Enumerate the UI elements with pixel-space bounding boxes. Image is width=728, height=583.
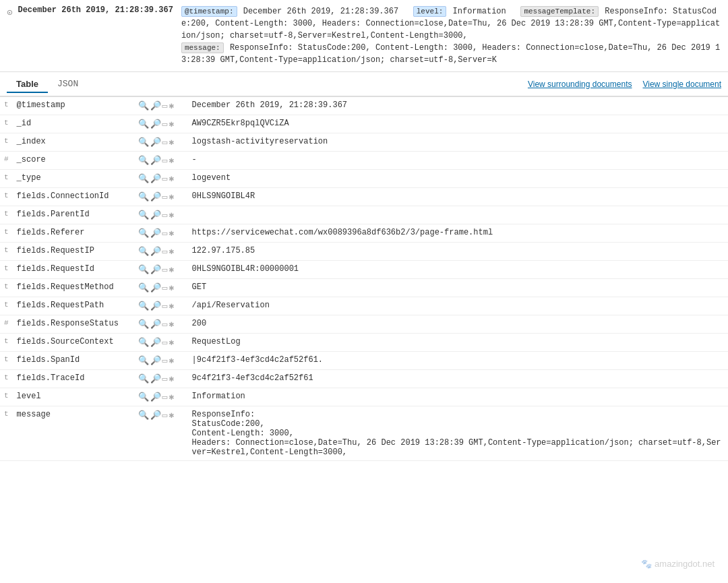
row-field-value: December 26th 2019, 21:28:39.367 bbox=[188, 97, 728, 115]
filter-for-icon[interactable]: 🔍 bbox=[138, 301, 149, 311]
toggle-column-icon[interactable]: ▭ bbox=[162, 155, 168, 166]
toggle-column-icon[interactable]: ▭ bbox=[162, 337, 168, 348]
toggle-column-icon[interactable]: ▭ bbox=[162, 191, 168, 202]
pin-icon[interactable]: ✱ bbox=[169, 192, 174, 202]
toggle-column-icon[interactable]: ▭ bbox=[162, 355, 168, 366]
filter-for-icon[interactable]: 🔍 bbox=[138, 337, 149, 348]
pin-icon[interactable]: ✱ bbox=[169, 410, 174, 421]
toggle-column-icon[interactable]: ▭ bbox=[162, 410, 168, 421]
filter-for-icon[interactable]: 🔍 bbox=[138, 210, 149, 220]
toggle-column-icon[interactable]: ▭ bbox=[162, 119, 168, 129]
row-type: t bbox=[0, 115, 13, 133]
pin-icon[interactable]: ✱ bbox=[169, 228, 174, 239]
toggle-column-icon[interactable]: ▭ bbox=[162, 246, 168, 257]
row-type: t bbox=[0, 243, 13, 261]
filter-for-icon[interactable]: 🔍 bbox=[138, 173, 149, 184]
row-field-value: |9c4f21f3-4ef3cd4c2af52f61. bbox=[188, 352, 728, 370]
filter-out-icon[interactable]: 🔎 bbox=[150, 119, 161, 129]
filter-for-icon[interactable]: 🔍 bbox=[138, 155, 149, 166]
toggle-column-icon[interactable]: ▭ bbox=[162, 301, 168, 311]
row-field-name: message bbox=[13, 406, 134, 461]
filter-for-icon[interactable]: 🔍 bbox=[138, 410, 149, 421]
filter-out-icon[interactable]: 🔎 bbox=[150, 337, 161, 348]
row-type: t bbox=[0, 188, 13, 206]
view-surrounding-link[interactable]: View surrounding documents bbox=[528, 80, 632, 89]
pin-icon[interactable]: ✱ bbox=[169, 247, 174, 257]
pin-icon[interactable]: ✱ bbox=[169, 338, 174, 348]
filter-for-icon[interactable]: 🔍 bbox=[138, 246, 149, 257]
filter-out-icon[interactable]: 🔎 bbox=[150, 137, 161, 148]
filter-out-icon[interactable]: 🔎 bbox=[150, 264, 161, 275]
table-container: t@timestamp🔍🔎▭✱December 26th 2019, 21:28… bbox=[0, 97, 728, 461]
filter-out-icon[interactable]: 🔎 bbox=[150, 210, 161, 220]
filter-for-icon[interactable]: 🔍 bbox=[138, 137, 149, 148]
filter-out-icon[interactable]: 🔎 bbox=[150, 392, 161, 402]
filter-out-icon[interactable]: 🔎 bbox=[150, 319, 161, 330]
filter-out-icon[interactable]: 🔎 bbox=[150, 373, 161, 384]
filter-out-icon[interactable]: 🔎 bbox=[150, 246, 161, 257]
filter-out-icon[interactable]: 🔎 bbox=[150, 228, 161, 239]
filter-for-icon[interactable]: 🔍 bbox=[138, 100, 149, 111]
pin-icon[interactable]: ✱ bbox=[169, 319, 174, 330]
filter-for-icon[interactable]: 🔍 bbox=[138, 119, 149, 129]
toggle-column-icon[interactable]: ▭ bbox=[162, 100, 168, 111]
toggle-column-icon[interactable]: ▭ bbox=[162, 137, 168, 148]
toggle-column-icon[interactable]: ▭ bbox=[162, 319, 168, 330]
row-field-value: https://servicewechat.com/wx0089396a8df6… bbox=[188, 224, 728, 243]
pin-icon[interactable]: ✱ bbox=[169, 374, 174, 384]
filter-out-icon[interactable]: 🔎 bbox=[150, 355, 161, 366]
view-single-link[interactable]: View single document bbox=[642, 80, 721, 89]
pin-icon[interactable]: ✱ bbox=[169, 210, 174, 220]
table-row: t_index🔍🔎▭✱logstash-activityreservation bbox=[0, 133, 728, 152]
row-type: t bbox=[0, 352, 13, 370]
tag-messagetemplate: messageTemplate: bbox=[520, 6, 599, 17]
pin-icon[interactable]: ✱ bbox=[169, 356, 174, 366]
toggle-column-icon[interactable]: ▭ bbox=[162, 264, 168, 275]
pin-icon[interactable]: ✱ bbox=[169, 101, 174, 111]
tab-table[interactable]: Table bbox=[7, 76, 48, 93]
table-row: tfields.ConnectionId🔍🔎▭✱0HLS9NGOIBL4R bbox=[0, 188, 728, 206]
row-field-name: level bbox=[13, 388, 134, 406]
row-field-name: fields.RequestId bbox=[13, 261, 134, 279]
pin-icon[interactable]: ✱ bbox=[169, 137, 174, 148]
row-field-value: GET bbox=[188, 279, 728, 297]
filter-for-icon[interactable]: 🔍 bbox=[138, 392, 149, 402]
pin-icon[interactable]: ✱ bbox=[169, 392, 174, 402]
row-actions: 🔍🔎▭✱ bbox=[134, 243, 188, 261]
table-row: #_score🔍🔎▭✱- bbox=[0, 152, 728, 170]
pin-icon[interactable]: ✱ bbox=[169, 174, 174, 184]
filter-for-icon[interactable]: 🔍 bbox=[138, 264, 149, 275]
toggle-column-icon[interactable]: ▭ bbox=[162, 210, 168, 220]
pin-icon[interactable]: ✱ bbox=[169, 283, 174, 293]
filter-for-icon[interactable]: 🔍 bbox=[138, 282, 149, 293]
toggle-column-icon[interactable]: ▭ bbox=[162, 173, 168, 184]
filter-out-icon[interactable]: 🔎 bbox=[150, 173, 161, 184]
toggle-column-icon[interactable]: ▭ bbox=[162, 282, 168, 293]
filter-out-icon[interactable]: 🔎 bbox=[150, 100, 161, 111]
filter-out-icon[interactable]: 🔎 bbox=[150, 191, 161, 202]
tab-json[interactable]: JSON bbox=[48, 76, 88, 93]
pin-icon[interactable]: ✱ bbox=[169, 265, 174, 275]
table-row: tfields.RequestIP🔍🔎▭✱122.97.175.85 bbox=[0, 243, 728, 261]
toggle-column-icon[interactable]: ▭ bbox=[162, 228, 168, 239]
row-actions: 🔍🔎▭✱ bbox=[134, 388, 188, 406]
tabs-bar: Table JSON View surrounding documents Vi… bbox=[0, 72, 728, 97]
filter-out-icon[interactable]: 🔎 bbox=[150, 155, 161, 166]
filter-for-icon[interactable]: 🔍 bbox=[138, 373, 149, 384]
toggle-column-icon[interactable]: ▭ bbox=[162, 373, 168, 384]
row-field-name: fields.RequestPath bbox=[13, 297, 134, 315]
filter-out-icon[interactable]: 🔎 bbox=[150, 410, 161, 421]
pin-icon[interactable]: ✱ bbox=[169, 156, 174, 166]
toggle-column-icon[interactable]: ▭ bbox=[162, 392, 168, 402]
filter-for-icon[interactable]: 🔍 bbox=[138, 319, 149, 330]
row-type: t bbox=[0, 297, 13, 315]
row-actions: 🔍🔎▭✱ bbox=[134, 188, 188, 206]
table-row: tfields.RequestPath🔍🔎▭✱/api/Reservation bbox=[0, 297, 728, 315]
filter-for-icon[interactable]: 🔍 bbox=[138, 355, 149, 366]
filter-for-icon[interactable]: 🔍 bbox=[138, 191, 149, 202]
filter-out-icon[interactable]: 🔎 bbox=[150, 301, 161, 311]
filter-for-icon[interactable]: 🔍 bbox=[138, 228, 149, 239]
filter-out-icon[interactable]: 🔎 bbox=[150, 282, 161, 293]
pin-icon[interactable]: ✱ bbox=[169, 301, 174, 311]
pin-icon[interactable]: ✱ bbox=[169, 119, 174, 129]
